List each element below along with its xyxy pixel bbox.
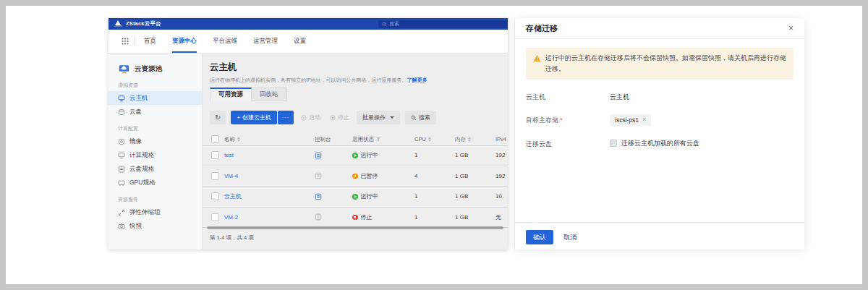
- sort-icon[interactable]: [237, 137, 240, 142]
- vm-name-link[interactable]: VM-4: [224, 173, 315, 179]
- top-header-bar: ZStack ZStack云平台 搜索: [109, 18, 508, 30]
- sort-icon[interactable]: [468, 137, 471, 142]
- volume-offering-icon: [118, 166, 125, 173]
- table-search-button[interactable]: 搜索: [405, 111, 436, 124]
- instance-offering-icon: [118, 152, 125, 159]
- status-badge: 运行中: [352, 192, 414, 200]
- image-icon: [118, 138, 125, 145]
- status-dot-icon: [352, 215, 358, 221]
- nav-item-operations[interactable]: 运营管理: [253, 30, 278, 53]
- dialog-title: 存储迁移: [526, 23, 558, 34]
- start-button[interactable]: 启动: [299, 111, 323, 124]
- dialog-footer: 确认 取消: [526, 230, 576, 244]
- scaling-icon: [118, 209, 125, 216]
- more-actions-button[interactable]: ···: [278, 111, 294, 124]
- sidebar-item-label: 计算规格: [129, 151, 154, 160]
- table-toolbar: ↻ + 创建云主机 ··· 启动: [210, 111, 436, 124]
- status-label: 停止: [361, 213, 373, 221]
- sidebar-item-volume-offering[interactable]: 云盘规格: [109, 162, 202, 176]
- migrate-volumes-checkbox[interactable]: [610, 140, 617, 147]
- search-icon: [382, 22, 387, 27]
- console-icon[interactable]: [315, 213, 352, 221]
- nav-item-home[interactable]: 首页: [144, 30, 156, 53]
- cloud-resource-pool-header: 云资源池: [109, 64, 202, 74]
- table-row[interactable]: test运行中11 GB192: [203, 145, 508, 166]
- row-checkbox[interactable]: [211, 151, 219, 159]
- dialog-form: 云主机 云主机 目标主存储* iscsi-ps1 × 迁移云盘 迁移云主机加载的…: [526, 91, 793, 149]
- app-body: 云资源池 虚拟资源云主机云盘计算配置镜像计算规格云盘规格GPU规格资源服务弹性伸…: [109, 54, 508, 250]
- sidebar-item-instance-offering[interactable]: 计算规格: [109, 148, 202, 162]
- sort-icon[interactable]: [428, 137, 431, 142]
- sidebar-item-image[interactable]: 镜像: [109, 135, 202, 148]
- row-checkbox[interactable]: [211, 172, 219, 180]
- row-checkbox[interactable]: [211, 213, 219, 221]
- vm-name-link[interactable]: test: [224, 152, 315, 158]
- batch-actions-button[interactable]: 批量操作: [357, 111, 400, 124]
- column-header-cpu[interactable]: CPU: [414, 136, 455, 142]
- search-icon: [411, 115, 417, 121]
- gpu-icon: [118, 179, 125, 187]
- close-icon[interactable]: ×: [788, 24, 793, 33]
- instance-offering-icon: [118, 152, 125, 159]
- global-search-input[interactable]: 搜索: [378, 20, 508, 28]
- cpu-cell: 1: [414, 214, 455, 221]
- remove-tag-icon[interactable]: ×: [642, 116, 646, 123]
- console-icon[interactable]: [315, 193, 352, 200]
- column-header-mem[interactable]: 内存: [455, 136, 495, 143]
- sidebar-item-gpu-offering[interactable]: GPU规格: [109, 176, 202, 189]
- sidebar-item-label: 云主机: [129, 94, 148, 103]
- column-header-name[interactable]: 名称: [224, 136, 315, 143]
- main-nav-bar: 首页资源中心平台运维运营管理设置: [109, 30, 508, 54]
- console-icon[interactable]: [315, 172, 352, 179]
- target-storage-field-row: 目标主存储* iscsi-ps1 ×: [526, 114, 793, 126]
- migrate-volumes-field-row: 迁移云盘 迁移云主机加载的所有云盘: [526, 138, 793, 149]
- memory-cell: 1 GB: [455, 173, 495, 179]
- horizontal-scrollbar[interactable]: [207, 226, 503, 229]
- ip-cell: 192: [495, 173, 508, 179]
- chevron-down-icon: [390, 116, 394, 119]
- table-row[interactable]: VM-4已暂停41 GB192: [203, 166, 508, 187]
- tab-available[interactable]: 可用资源: [210, 88, 252, 101]
- tab-recycle-bin[interactable]: 回收站: [252, 88, 287, 101]
- target-storage-tag[interactable]: iscsi-ps1 ×: [610, 114, 651, 126]
- select-all-checkbox[interactable]: [211, 135, 219, 143]
- create-vm-button[interactable]: + 创建云主机: [231, 111, 277, 124]
- filter-icon[interactable]: [376, 137, 380, 142]
- sidebar-item-label: 快照: [129, 222, 142, 231]
- row-checkbox[interactable]: [211, 192, 219, 200]
- nav-item-settings[interactable]: 设置: [294, 30, 306, 53]
- nav-item-resource-center[interactable]: 资源中心: [172, 30, 197, 53]
- nav-item-platform-ops[interactable]: 平台运维: [213, 30, 237, 53]
- vm-icon: [118, 95, 125, 102]
- vm-name-link[interactable]: 云主机: [224, 192, 315, 200]
- zstack-app-window: ZStack ZStack云平台 搜索 首页资源中心平台运维运营管理设置: [109, 18, 508, 250]
- volume-icon: [118, 108, 125, 116]
- sidebar-item-volume[interactable]: 云盘: [109, 105, 202, 119]
- cancel-button[interactable]: 取消: [563, 233, 576, 242]
- ip-cell: 无: [495, 213, 508, 221]
- warning-text: 运行中的云主机在存储迁移后将不会保留快照。如需保留快照，请关机后再进行存储迁移。: [545, 53, 786, 74]
- table-header: 名称控制台启用状态CPU内存IPv4: [203, 133, 508, 146]
- table-row[interactable]: VM-2停止11 GB无: [203, 208, 508, 229]
- column-header-status[interactable]: 启用状态: [352, 136, 414, 143]
- sidebar-section-label: 计算配置: [109, 125, 202, 132]
- confirm-button[interactable]: 确认: [526, 230, 553, 244]
- refresh-button[interactable]: ↻: [210, 111, 226, 124]
- apps-grid-icon[interactable]: [122, 38, 129, 45]
- status-label: 运行中: [361, 151, 378, 159]
- dialog-header: 存储迁移 ×: [515, 18, 804, 39]
- cpu-cell: 1: [414, 152, 455, 158]
- status-glyph: [354, 216, 356, 218]
- sidebar-item-snapshot[interactable]: 快照: [109, 219, 202, 233]
- sidebar-item-vm[interactable]: 云主机: [109, 91, 202, 105]
- warning-banner: 运行中的云主机在存储迁移后将不会保留快照。如需保留快照，请关机后再进行存储迁移。: [526, 48, 793, 80]
- vm-name-link[interactable]: VM-2: [224, 214, 315, 221]
- sidebar-item-autoscaling-group[interactable]: 弹性伸缩组: [109, 205, 202, 219]
- learn-more-link[interactable]: 了解更多: [407, 77, 427, 82]
- console-icon[interactable]: [315, 152, 352, 159]
- stop-button[interactable]: 停止: [328, 111, 352, 124]
- table-row[interactable]: 云主机运行中11 GB10.: [203, 187, 508, 208]
- memory-cell: 1 GB: [455, 152, 495, 158]
- column-header-label: CPU: [414, 136, 426, 142]
- volume-icon: [118, 108, 125, 116]
